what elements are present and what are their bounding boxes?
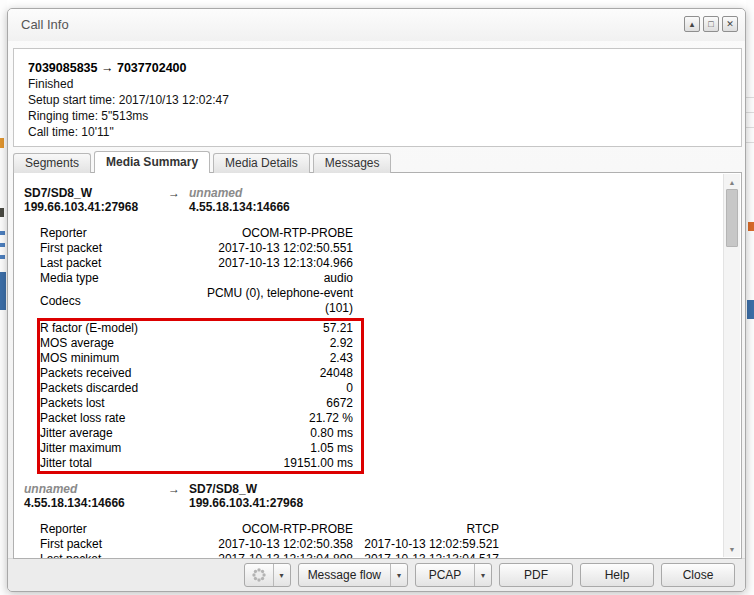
- stream-endpoint-to: SD7/SD8_W 199.66.103.41:27968: [189, 482, 303, 510]
- pcap-dropdown-button[interactable]: ▾: [474, 564, 491, 586]
- dialog-footer: ▾ Message flow ▾ PCAP ▾ PDF Help Close: [8, 558, 745, 591]
- row-value: OCOM-RTP-PROBE: [190, 226, 353, 241]
- vertical-scrollbar[interactable]: ▲ ▼: [723, 174, 740, 557]
- row-value: OCOM-RTP-PROBE: [190, 522, 353, 537]
- endpoint-name: unnamed: [24, 482, 159, 496]
- ringing-time: Ringing time: 5"513ms: [28, 108, 741, 124]
- table-row: First packet2017-10-13 12:02:50.551: [14, 241, 723, 256]
- media-summary-panel: SD7/SD8_W 199.66.103.41:27968 → unnamed …: [13, 172, 742, 559]
- row-label: Jitter average: [40, 426, 190, 441]
- tab-media-details[interactable]: Media Details: [213, 153, 310, 173]
- row-value: 2017-10-13 12:02:50.358: [190, 537, 353, 552]
- background-fragment: [747, 300, 754, 319]
- tab-segments[interactable]: Segments: [13, 153, 91, 173]
- call-summary-box: 7039085835 → 7037702400 Finished Setup s…: [13, 48, 742, 147]
- direction-arrow-icon: →: [159, 186, 189, 214]
- highlight-box: R factor (E-model)57.21 MOS average2.92 …: [37, 318, 364, 474]
- background-page-sliver: [0, 0, 7, 595]
- row-value: 24048: [190, 366, 353, 381]
- maximize-icon: □: [708, 20, 713, 29]
- row-value: 0.80 ms: [190, 426, 353, 441]
- row-value: 0: [190, 381, 353, 396]
- dialog-title: Call Info: [21, 17, 69, 32]
- row-value: 2017-10-13 12:13:04.898: [190, 552, 353, 558]
- table-row: Jitter maximum1.05 ms: [40, 441, 361, 456]
- settings-button[interactable]: [245, 564, 273, 586]
- row-label: Packets received: [40, 366, 190, 381]
- maximize-button[interactable]: □: [703, 16, 719, 32]
- row-label: Codecs: [40, 294, 190, 309]
- row-value: 57.21: [190, 321, 353, 336]
- collapse-button[interactable]: ▴: [684, 16, 700, 32]
- row-label: Last packet: [40, 256, 190, 271]
- stream-header: SD7/SD8_W 199.66.103.41:27968 → unnamed …: [14, 186, 723, 214]
- scroll-down-button[interactable]: ▼: [724, 541, 740, 557]
- tab-messages[interactable]: Messages: [313, 153, 392, 173]
- row-value: 2017-10-13 12:13:04.966: [190, 256, 353, 271]
- dialog-titlebar[interactable]: Call Info ▴ □ ✕: [8, 9, 745, 41]
- row-label: MOS average: [40, 336, 190, 351]
- table-row: MOS minimum2.43: [40, 351, 361, 366]
- table-row: R factor (E-model)57.21: [40, 321, 361, 336]
- table-row: MOS average2.92: [40, 336, 361, 351]
- background-fragment: [0, 138, 4, 148]
- pcap-split-button: PCAP ▾: [415, 563, 492, 587]
- row-label: Jitter total: [40, 456, 190, 471]
- endpoint-address: 4.55.18.134:14666: [189, 200, 290, 214]
- endpoint-address: 4.55.18.134:14666: [24, 496, 159, 510]
- background-page-sliver: [746, 0, 754, 595]
- close-button[interactable]: ✕: [722, 16, 738, 32]
- row-label: MOS minimum: [40, 351, 190, 366]
- message-flow-dropdown-button[interactable]: ▾: [390, 564, 407, 586]
- row-label: Packets discarded: [40, 381, 190, 396]
- endpoint-name: unnamed: [189, 186, 290, 200]
- row-value: 2017-10-13 12:02:50.551: [190, 241, 353, 256]
- background-fragment: [746, 127, 754, 128]
- settings-dropdown-button[interactable]: ▾: [273, 564, 290, 586]
- endpoint-name: SD7/SD8_W: [189, 482, 303, 496]
- message-flow-button[interactable]: Message flow: [299, 564, 390, 586]
- background-fragment: [746, 142, 754, 143]
- table-row: Last packet2017-10-13 12:13:04.8982017-1…: [14, 552, 723, 558]
- row-label: Packet loss rate: [40, 411, 190, 426]
- endpoint-address: 199.66.103.41:27968: [24, 200, 159, 214]
- call-info-dialog: Call Info ▴ □ ✕ 7039085835 → 7037702400 …: [7, 8, 746, 592]
- table-row: Packets discarded0: [40, 381, 361, 396]
- tab-bar: Segments Media Summary Media Details Mes…: [13, 151, 394, 173]
- collapse-icon: ▴: [690, 20, 695, 29]
- table-row: Packet loss rate21.72 %: [40, 411, 361, 426]
- row-label: Jitter maximum: [40, 441, 190, 456]
- endpoint-address: 199.66.103.41:27968: [189, 496, 303, 510]
- row-label: R factor (E-model): [40, 321, 190, 336]
- pdf-button[interactable]: PDF: [499, 563, 573, 587]
- chevron-down-icon: ▾: [280, 571, 284, 580]
- stream-endpoint-to: unnamed 4.55.18.134:14666: [189, 186, 290, 214]
- row-label: Media type: [40, 271, 190, 286]
- chevron-down-icon: ▾: [481, 571, 485, 580]
- table-row: Last packet2017-10-13 12:13:04.966: [14, 256, 723, 271]
- close-icon: ✕: [726, 20, 734, 29]
- table-row: CodecsPCMU (0), telephone-event (101): [14, 286, 723, 316]
- table-row: ReporterOCOM-RTP-PROBERTCP: [14, 522, 723, 537]
- stream-endpoint-from: unnamed 4.55.18.134:14666: [24, 482, 159, 510]
- table-row: Packets received24048: [40, 366, 361, 381]
- help-button[interactable]: Help: [580, 563, 654, 587]
- table-row: Packets lost6672: [40, 396, 361, 411]
- background-fragment: [0, 272, 6, 310]
- pcap-button[interactable]: PCAP: [416, 564, 474, 586]
- chevron-down-icon: ▾: [397, 571, 401, 580]
- background-fragment: [0, 243, 5, 247]
- scrollbar-thumb[interactable]: [726, 189, 738, 247]
- table-row: Jitter total19151.00 ms: [40, 456, 361, 471]
- stream-endpoint-from: SD7/SD8_W 199.66.103.41:27968: [24, 186, 159, 214]
- row-value-rtcp: 2017-10-13 12:02:59.521: [353, 537, 499, 552]
- row-value: 2.92: [190, 336, 353, 351]
- table-row: ReporterOCOM-RTP-PROBE: [14, 226, 723, 241]
- scroll-up-button[interactable]: ▲: [724, 174, 740, 190]
- row-value: 2.43: [190, 351, 353, 366]
- tab-media-summary[interactable]: Media Summary: [94, 151, 210, 173]
- row-label: First packet: [40, 537, 190, 552]
- close-dialog-button[interactable]: Close: [661, 563, 735, 587]
- row-label: First packet: [40, 241, 190, 256]
- row-value: 1.05 ms: [190, 441, 353, 456]
